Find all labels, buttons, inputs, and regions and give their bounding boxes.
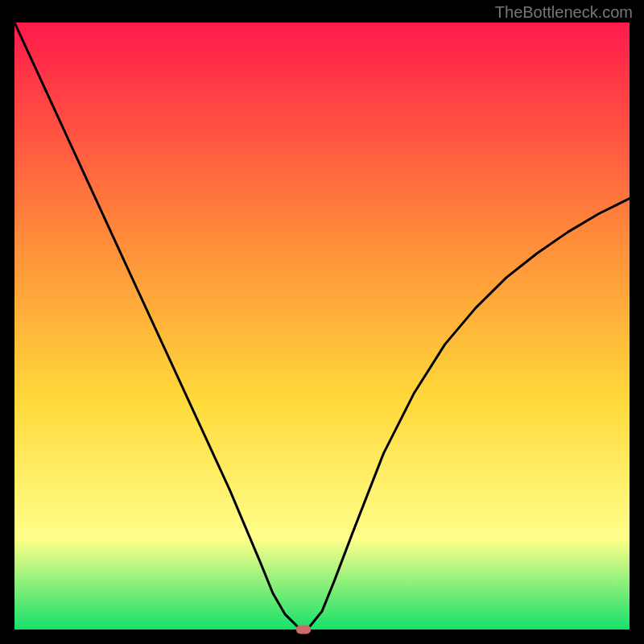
optimal-marker xyxy=(296,625,311,634)
bottleneck-chart xyxy=(14,23,630,630)
watermark: TheBottleneck.com xyxy=(495,3,633,22)
chart-frame xyxy=(14,23,630,630)
gradient-background xyxy=(14,23,630,630)
